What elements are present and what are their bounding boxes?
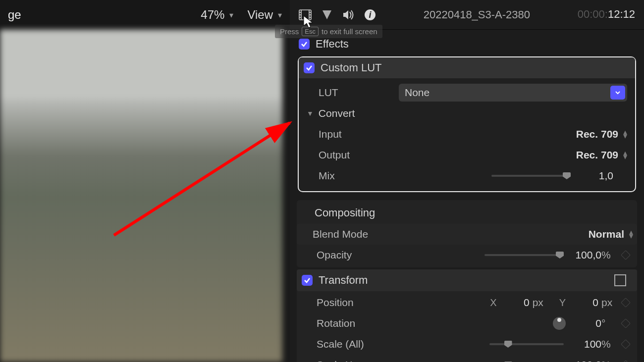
blend-mode-dropdown[interactable]: Normal ▴▾ — [580, 228, 633, 240]
keyframe-icon[interactable] — [621, 318, 631, 328]
stepper-arrows-icon: ▴▾ — [623, 151, 627, 159]
color-icon[interactable] — [322, 9, 332, 20]
lut-dropdown[interactable]: None — [399, 84, 627, 102]
convert-label: Convert — [319, 107, 355, 119]
input-value-stepper[interactable]: Rec. 709 ▴▾ — [574, 128, 627, 140]
output-label: Output — [305, 149, 399, 161]
effects-checkbox[interactable] — [299, 39, 310, 50]
inspector-panel: i 20220418_S3-A-2380 00:00:12:12 Press E… — [290, 0, 644, 362]
audio-icon[interactable] — [342, 9, 354, 20]
view-label: View — [247, 8, 273, 22]
scale-all-label: Scale (All) — [303, 338, 397, 350]
input-label: Input — [305, 128, 399, 140]
stepper-arrows-icon: ▴▾ — [623, 130, 627, 138]
y-label: Y — [559, 297, 566, 309]
compositing-title: Compositing — [301, 207, 375, 219]
stepper-arrows-icon: ▴▾ — [629, 230, 633, 238]
keyframe-icon[interactable] — [621, 360, 631, 362]
custom-lut-effect: Custom LUT LUT None ▼ Convert — [298, 56, 636, 192]
rotation-dial[interactable] — [553, 317, 566, 330]
transform-title: Transform — [319, 274, 368, 287]
effects-title: Effects — [316, 38, 349, 51]
zoom-value: 47% — [201, 8, 224, 22]
position-y-value[interactable]: 0 — [569, 297, 598, 309]
timecode: 00:00:12:12 — [578, 8, 635, 21]
scale-all-value[interactable]: 100 — [572, 338, 601, 350]
fullscreen-hint: Press Esc to exit full screen — [275, 25, 382, 38]
compositing-section: Compositing Blend Mode Normal ▴▾ Opacity — [297, 200, 637, 267]
scale-x-value[interactable]: 100,0 — [572, 359, 601, 362]
viewer-title-fragment: ge — [8, 8, 21, 22]
blend-mode-label: Blend Mode — [299, 228, 393, 240]
video-icon[interactable] — [299, 9, 312, 20]
transform-section: Transform Position X 0 px Y 0 px — [297, 269, 637, 362]
keyframe-icon[interactable] — [621, 298, 631, 308]
custom-lut-checkbox[interactable] — [304, 62, 315, 73]
position-x-value[interactable]: 0 — [500, 297, 530, 309]
viewer-toolbar: ge 47% ▾ View ▾ — [0, 0, 290, 30]
view-dropdown[interactable]: View ▾ — [247, 8, 282, 22]
transform-checkbox[interactable] — [302, 275, 313, 286]
zoom-dropdown[interactable]: 47% ▾ — [201, 8, 233, 22]
disclosure-triangle-icon[interactable]: ▼ — [307, 109, 314, 117]
viewer-image[interactable] — [0, 30, 282, 362]
lut-label: LUT — [305, 87, 399, 99]
crop-icon[interactable] — [614, 274, 626, 286]
mix-slider[interactable] — [491, 175, 571, 177]
position-label: Position — [303, 297, 397, 309]
keyframe-icon[interactable] — [621, 250, 631, 260]
info-icon[interactable]: i — [364, 9, 376, 21]
keyframe-icon[interactable] — [621, 339, 631, 349]
mix-label: Mix — [305, 170, 399, 182]
chevron-down-icon: ▾ — [278, 10, 282, 20]
rotation-label: Rotation — [303, 317, 397, 329]
clip-name: 20220418_S3-A-2380 — [376, 8, 578, 21]
rotation-value[interactable]: 0 — [572, 317, 601, 329]
opacity-value[interactable]: 100,0 — [572, 249, 601, 261]
scale-all-slider[interactable] — [489, 343, 564, 345]
scale-x-label: Scale X — [303, 359, 397, 362]
viewer-panel: ge 47% ▾ View ▾ — [0, 0, 290, 362]
chevron-down-icon: ▾ — [229, 10, 233, 20]
opacity-label: Opacity — [303, 249, 397, 261]
custom-lut-title: Custom LUT — [321, 61, 381, 74]
mix-value[interactable]: 1,0 — [579, 170, 613, 182]
output-value-stepper[interactable]: Rec. 709 ▴▾ — [574, 149, 627, 161]
x-label: X — [490, 297, 496, 309]
dropdown-arrow-icon — [610, 86, 625, 100]
opacity-slider[interactable] — [484, 254, 564, 256]
